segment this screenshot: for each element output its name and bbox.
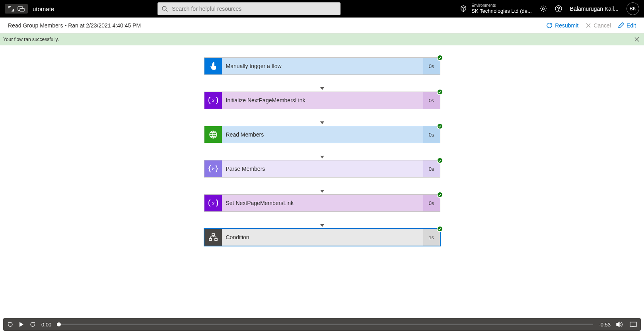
step-title: Condition (222, 229, 423, 246)
success-banner: Your flow ran successfully. (0, 33, 644, 45)
step-title: Manually trigger a flow (222, 58, 423, 74)
flow-name: Read Group Members (8, 22, 63, 29)
success-check-icon (437, 55, 443, 61)
step-title: Set NextPageMembersLink (222, 195, 423, 211)
step-card[interactable]: xInitialize NextPageMembersLink0s (204, 92, 440, 109)
var-icon: x (204, 195, 222, 211)
window-controls: utomate (5, 4, 54, 14)
user-name: Balamurugan Kail... (570, 6, 619, 12)
step-title: Parse Members (222, 160, 423, 177)
run-header: Read Group Members • Ran at 2/23/2021 4:… (0, 18, 644, 33)
success-check-icon (437, 226, 443, 232)
step-duration: 0s (423, 92, 440, 109)
cancel-label: Cancel (593, 22, 611, 29)
svg-point-3 (542, 8, 544, 10)
step-card[interactable]: Manually trigger a flow0s (204, 57, 440, 75)
success-check-icon (437, 157, 443, 164)
step-title: Initialize NextPageMembersLink (222, 92, 423, 109)
user-initials: BK (630, 6, 636, 12)
success-check-icon (437, 191, 443, 198)
user-avatar[interactable]: BK (626, 2, 639, 15)
run-timestamp: Ran at 2/23/2021 4:40:45 PM (68, 22, 141, 29)
connector-arrow (320, 178, 324, 194)
resubmit-label: Resubmit (555, 22, 578, 29)
play-icon[interactable] (19, 322, 24, 327)
seek-thumb[interactable] (57, 322, 61, 326)
var-icon: x (204, 92, 222, 109)
run-actions: Resubmit Cancel Edit (546, 22, 636, 29)
environment-label: Environments (471, 3, 532, 8)
connector-arrow (320, 75, 324, 92)
step-card[interactable]: Condition1s (204, 229, 440, 246)
svg-text:x: x (212, 98, 214, 103)
connector-arrow (320, 143, 324, 160)
flow-step: Read Members0s (204, 126, 440, 143)
remaining-time: -0:53 (599, 322, 611, 328)
environment-icon (459, 5, 467, 13)
connector-arrow (320, 109, 324, 126)
svg-rect-1 (20, 8, 24, 11)
step-duration: 0s (423, 126, 440, 143)
step-card[interactable]: Parse Members0s (204, 160, 440, 178)
svg-point-5 (558, 10, 558, 11)
cancel-button: Cancel (586, 22, 611, 29)
environment-text: Environments SK Technologies Ltd (de... (471, 3, 532, 14)
mirror-icon[interactable] (18, 6, 25, 12)
step-duration: 1s (423, 229, 440, 246)
svg-rect-10 (209, 238, 212, 240)
help-icon[interactable] (555, 5, 562, 12)
step-duration: 0s (423, 160, 440, 177)
topbar-right: Environments SK Technologies Ltd (de... … (459, 2, 639, 15)
step-card[interactable]: Read Members0s (204, 126, 440, 143)
globe-icon (204, 126, 222, 143)
environment-name: SK Technologies Ltd (de... (471, 8, 532, 14)
edit-button[interactable]: Edit (618, 22, 636, 29)
flow-step: xInitialize NextPageMembersLink0s (204, 92, 440, 109)
touch-icon (204, 58, 222, 74)
search-icon (161, 6, 168, 12)
environment-picker[interactable]: Environments SK Technologies Ltd (de... (459, 3, 532, 14)
forward-icon[interactable] (29, 321, 36, 328)
flow-canvas[interactable]: Manually trigger a flow0sxInitialize Nex… (0, 45, 644, 316)
flow-step: Condition1s (204, 229, 440, 246)
success-check-icon (437, 123, 443, 129)
connector-arrow (320, 212, 324, 229)
flow-step: Manually trigger a flow0s (204, 57, 440, 75)
banner-message: Your flow ran successfully. (3, 37, 59, 42)
step-duration: 0s (423, 58, 440, 74)
fullscreen-icon[interactable] (630, 322, 637, 327)
step-title: Read Members (222, 126, 423, 143)
svg-rect-11 (215, 238, 217, 240)
svg-rect-9 (212, 234, 214, 236)
window-control-group (5, 4, 28, 14)
success-check-icon (437, 89, 443, 95)
step-card[interactable]: xSet NextPageMembersLink0s (204, 194, 440, 212)
edit-label: Edit (626, 22, 636, 29)
svg-rect-12 (630, 322, 636, 326)
volume-icon[interactable] (616, 321, 624, 328)
step-duration: 0s (423, 195, 440, 211)
flow-step: xSet NextPageMembersLink0s (204, 194, 440, 212)
expand-icon[interactable] (8, 6, 14, 12)
current-time: 0:00 (41, 322, 51, 328)
search-box[interactable] (158, 2, 340, 15)
run-title: Read Group Members • Ran at 2/23/2021 4:… (8, 22, 141, 29)
seek-track[interactable] (57, 324, 593, 325)
video-player: 0:00 -0:53 (3, 318, 641, 331)
svg-point-2 (162, 6, 166, 10)
json-icon (204, 160, 222, 177)
cond-icon (204, 229, 222, 246)
search-input[interactable] (172, 6, 337, 12)
flow-container: Manually trigger a flow0sxInitialize Nex… (0, 45, 644, 246)
close-banner-icon[interactable] (633, 35, 641, 43)
svg-text:x: x (212, 201, 214, 205)
app-name: utomate (33, 6, 54, 12)
settings-icon[interactable] (540, 5, 547, 12)
resubmit-button[interactable]: Resubmit (546, 22, 578, 29)
flow-step: Parse Members0s (204, 160, 440, 178)
rewind-icon[interactable] (7, 321, 14, 328)
top-bar: utomate Environments SK Technologies Ltd… (0, 0, 644, 18)
